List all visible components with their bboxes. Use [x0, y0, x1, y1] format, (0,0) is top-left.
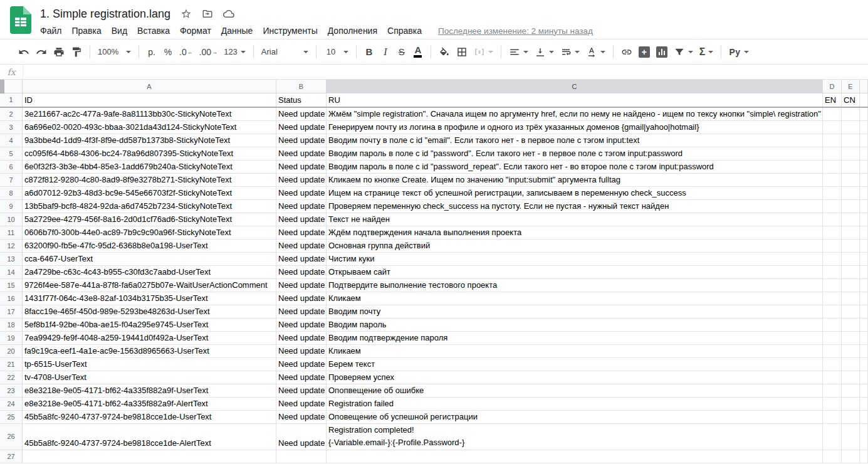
cell-C13[interactable]: Чистим куки	[327, 253, 823, 266]
cell-F8[interactable]	[860, 187, 868, 200]
cell-E21[interactable]	[842, 358, 860, 371]
cell-F13[interactable]	[860, 253, 868, 266]
cell-E22[interactable]	[842, 371, 860, 384]
cell-A12[interactable]: 63200f90-fb5e-47fc-95d2-6368b8e0a198-Use…	[23, 240, 276, 253]
cell-C6[interactable]: Вводим пароль в поле с id "password_repe…	[327, 161, 823, 174]
cell-A9[interactable]: 13b5baf9-bcf8-4824-92da-a6d7452b7234-Sti…	[23, 200, 276, 213]
text-rotation-select[interactable]	[583, 43, 609, 61]
increase-decimal-button[interactable]: .00→	[196, 43, 221, 61]
cell-D14[interactable]	[823, 266, 842, 279]
cell-D2[interactable]	[823, 108, 842, 121]
cell-C12[interactable]: Основная группа действий	[327, 240, 823, 253]
cell-C19[interactable]: Вводим подтверждение пароля	[327, 332, 823, 345]
cell-B23[interactable]: Need update	[276, 384, 327, 398]
row-number[interactable]: 18	[0, 319, 23, 332]
insert-link-button[interactable]	[618, 43, 635, 61]
cell-B13[interactable]: Need update	[276, 253, 327, 266]
cell-B3[interactable]: Need update	[276, 121, 327, 134]
cell-D26[interactable]	[823, 424, 842, 450]
cell-A15[interactable]: 9726f4ee-587e-441a-87f8-fa6a0275b07e-Wai…	[23, 279, 276, 292]
row-number[interactable]: 22	[0, 371, 23, 384]
row-number[interactable]: 25	[0, 411, 23, 424]
star-icon[interactable]	[180, 8, 192, 19]
cell-A25[interactable]: 45b5a8fc-9240-4737-9724-be9818cce1de-Use…	[23, 411, 276, 424]
cell-B26[interactable]: Need update	[276, 424, 327, 450]
cell-E4[interactable]	[842, 134, 860, 147]
cell-A10[interactable]: 5a2729ee-4279-456f-8a16-2d0d1cf76ad6-Sti…	[23, 213, 276, 226]
cell-A26[interactable]: 45b5a8fc-9240-4737-9724-be9818cce1de-Ale…	[23, 424, 276, 450]
cell-E13[interactable]	[842, 253, 860, 266]
cell-E18[interactable]	[842, 319, 860, 332]
cell-C16[interactable]: Кликаем	[327, 292, 823, 305]
cell-C27[interactable]	[327, 450, 823, 463]
cell-E12[interactable]	[842, 240, 860, 253]
cell-C20[interactable]: Кликаем	[327, 345, 823, 358]
cell-F10[interactable]	[860, 213, 868, 226]
menu-insert[interactable]: Вставка	[132, 24, 175, 38]
cell-A5[interactable]: cc095f64-4b68-4306-bc24-78a96d807395-Sti…	[23, 147, 276, 161]
filter-button[interactable]	[671, 43, 696, 61]
cell-A16[interactable]: 1431f77f-064c-43e8-82af-1034b3175b35-Use…	[23, 292, 276, 305]
redo-button[interactable]	[33, 43, 50, 61]
cell-F17[interactable]	[860, 305, 868, 319]
cell-C26[interactable]: Registration completed! {-Variable.email…	[327, 424, 823, 450]
row-number[interactable]: 3	[0, 121, 23, 134]
cell-C4[interactable]: Вводим почту в поле с id "email". Если т…	[327, 134, 823, 147]
row-number[interactable]: 23	[0, 384, 23, 398]
cell-E25[interactable]	[842, 411, 860, 424]
cell-E6[interactable]	[842, 161, 860, 174]
cell-A2[interactable]: 3e211667-ac2c-477a-9afe-8a81113bb30c-Sti…	[23, 108, 276, 121]
decrease-decimal-button[interactable]: .0←	[176, 43, 196, 61]
row-number[interactable]: 19	[0, 332, 23, 345]
cell-F11[interactable]	[860, 226, 868, 240]
cell-C7[interactable]: Кликаем по кнопке Create. Ищем по значен…	[327, 174, 823, 187]
cell-D22[interactable]	[823, 371, 842, 384]
percent-format-button[interactable]: %	[160, 43, 176, 61]
cell-D20[interactable]	[823, 345, 842, 358]
menu-format[interactable]: Формат	[175, 24, 216, 38]
cell-B2[interactable]: Need update	[276, 108, 327, 121]
cell-A24[interactable]: e8e3218e-9e05-4171-bf62-4a335f882a9f-Ale…	[23, 398, 276, 411]
row-number[interactable]: 15	[0, 279, 23, 292]
functions-button[interactable]: Σ	[696, 43, 717, 61]
cell-E11[interactable]	[842, 226, 860, 240]
cell-B15[interactable]: Need update	[276, 279, 327, 292]
row-number[interactable]: 7	[0, 174, 23, 187]
row-number[interactable]: 6	[0, 161, 23, 174]
cell-C22[interactable]: Проверяем успех	[327, 371, 823, 384]
cell-F27[interactable]	[860, 450, 868, 463]
cell-A3[interactable]: 6a696e02-0020-493c-bbaa-3021da43d124-Sti…	[23, 121, 276, 134]
row-number[interactable]: 21	[0, 358, 23, 371]
cell-B19[interactable]: Need update	[276, 332, 327, 345]
cell-C15[interactable]: Подтвердите выполнение тестового проекта	[327, 279, 823, 292]
cell-F6[interactable]	[860, 161, 868, 174]
cell-D8[interactable]	[823, 187, 842, 200]
cell-C21[interactable]: Берем текст	[327, 358, 823, 371]
cell-D10[interactable]	[823, 213, 842, 226]
cell-A21[interactable]: tp-6515-UserText	[23, 358, 276, 371]
cell-D1[interactable]: EN	[823, 93, 842, 107]
cell-F9[interactable]	[860, 200, 868, 213]
row-number[interactable]: 16	[0, 292, 23, 305]
column-header-A[interactable]: A	[23, 80, 276, 93]
cell-E26[interactable]	[842, 424, 860, 450]
cell-F19[interactable]	[860, 332, 868, 345]
cell-C5[interactable]: Вводим пароль в поле с id "password". Ес…	[327, 147, 823, 161]
cell-D11[interactable]	[823, 226, 842, 240]
cell-A19[interactable]: 7ea99429-fe9f-4048-a259-19441d0f492a-Use…	[23, 332, 276, 345]
cell-D4[interactable]	[823, 134, 842, 147]
cell-F26[interactable]	[860, 424, 868, 450]
row-number[interactable]: 9	[0, 200, 23, 213]
merge-cells-button[interactable]	[471, 43, 496, 61]
insert-chart-button[interactable]	[653, 43, 671, 61]
currency-format-button[interactable]: р.	[144, 43, 160, 61]
column-header-B[interactable]: B	[276, 80, 327, 93]
vertical-align-select[interactable]	[531, 43, 557, 61]
cell-B25[interactable]: Need update	[276, 411, 327, 424]
cell-F18[interactable]	[860, 319, 868, 332]
cell-D18[interactable]	[823, 319, 842, 332]
cell-A17[interactable]: 8facc19e-465f-450d-989e-5293be48263d-Use…	[23, 305, 276, 319]
cell-C14[interactable]: Открываем сайт	[327, 266, 823, 279]
input-tools-select[interactable]: Ру	[726, 43, 751, 61]
cell-C1[interactable]: RU	[327, 93, 823, 107]
